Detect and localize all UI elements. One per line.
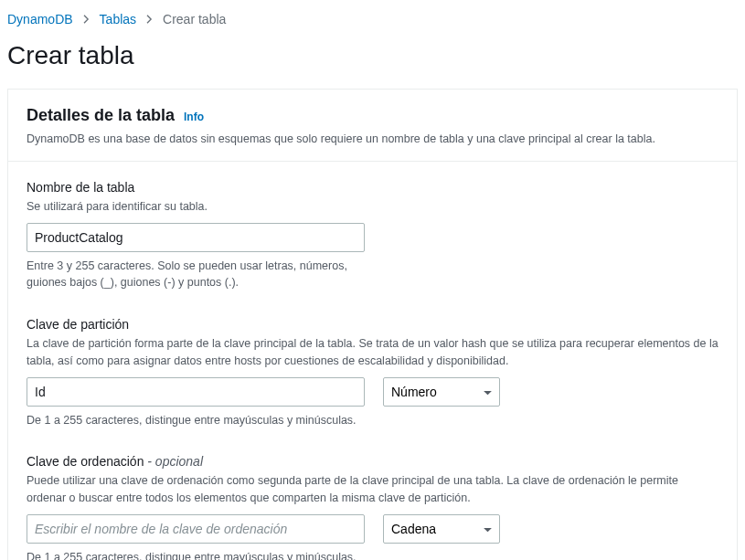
sort-key-field-group: Clave de ordenación - opcional Puede uti…	[27, 454, 718, 560]
table-name-constraint: Entre 3 y 255 caracteres. Solo se pueden…	[27, 258, 365, 292]
sort-key-label-text: Clave de ordenación	[27, 454, 144, 469]
chevron-right-icon	[145, 11, 154, 26]
info-link[interactable]: Info	[184, 111, 204, 123]
breadcrumb-dynamodb[interactable]: DynamoDB	[7, 12, 73, 26]
sort-key-label: Clave de ordenación - opcional	[27, 454, 718, 469]
sort-key-type-select[interactable]: Cadena	[383, 514, 500, 544]
table-name-field-group: Nombre de la tabla Se utilizará para ide…	[27, 180, 718, 291]
partition-key-type-select-wrap: Número	[383, 377, 500, 407]
partition-key-label: Clave de partición	[27, 317, 718, 332]
table-name-description: Se utilizará para identificar su tabla.	[27, 198, 718, 216]
partition-key-input[interactable]	[27, 377, 365, 407]
sort-key-input[interactable]	[27, 514, 365, 544]
breadcrumb-current: Crear tabla	[163, 12, 226, 26]
panel-title: Detalles de la tabla	[27, 106, 175, 124]
partition-key-constraint: De 1 a 255 caracteres, distingue entre m…	[27, 412, 365, 429]
page-title: Crear tabla	[7, 41, 738, 70]
partition-key-field-group: Clave de partición La clave de partición…	[27, 317, 718, 428]
partition-key-description: La clave de partición forma parte de la …	[27, 335, 718, 370]
breadcrumb: DynamoDB Tablas Crear tabla	[7, 11, 738, 26]
sort-key-description: Puede utilizar una clave de ordenación c…	[27, 472, 718, 507]
partition-key-type-select[interactable]: Número	[383, 377, 500, 407]
sort-key-type-select-wrap: Cadena	[383, 514, 500, 544]
sort-key-constraint: De 1 a 255 caracteres, distingue entre m…	[27, 549, 365, 560]
breadcrumb-tables[interactable]: Tablas	[100, 12, 136, 26]
sort-key-optional: - opcional	[147, 454, 203, 469]
chevron-right-icon	[82, 11, 90, 26]
table-name-label: Nombre de la tabla	[27, 180, 718, 195]
table-name-input[interactable]	[27, 223, 365, 252]
panel-body: Nombre de la tabla Se utilizará para ide…	[8, 162, 737, 560]
panel-description: DynamoDB es una base de datos sin esquem…	[27, 131, 718, 148]
panel-header: Detalles de la tabla Info DynamoDB es un…	[8, 90, 737, 162]
table-details-panel: Detalles de la tabla Info DynamoDB es un…	[7, 89, 738, 560]
